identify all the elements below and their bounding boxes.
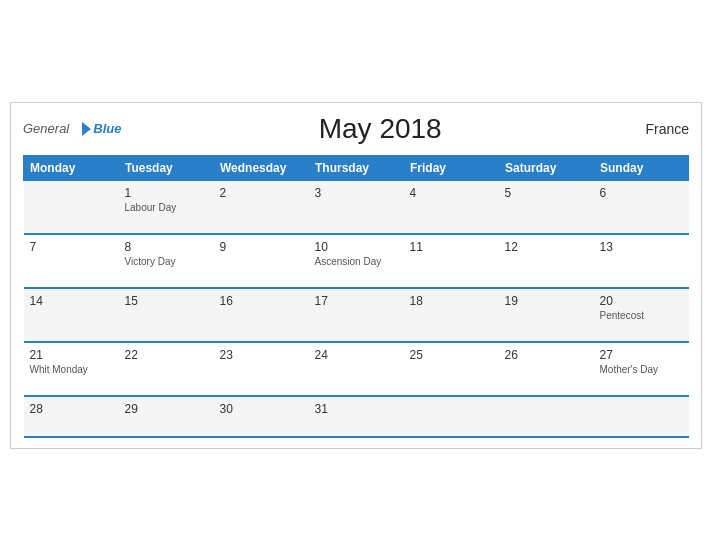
holiday-label: Victory Day xyxy=(125,256,208,267)
table-row: 29 xyxy=(119,396,214,437)
day-number: 16 xyxy=(220,294,303,308)
holiday-label: Ascension Day xyxy=(315,256,398,267)
table-row: 8Victory Day xyxy=(119,234,214,288)
table-row: 19 xyxy=(499,288,594,342)
day-number: 23 xyxy=(220,348,303,362)
logo-blue-text: Blue xyxy=(93,121,121,136)
table-row: 30 xyxy=(214,396,309,437)
table-row: 10Ascension Day xyxy=(309,234,404,288)
col-monday: Monday xyxy=(24,155,119,180)
table-row: 31 xyxy=(309,396,404,437)
table-row: 22 xyxy=(119,342,214,396)
col-thursday: Thursday xyxy=(309,155,404,180)
calendar-header: General Blue May 2018 France xyxy=(23,113,689,145)
calendar-container: General Blue May 2018 France Monday Tues… xyxy=(10,102,702,449)
day-number: 8 xyxy=(125,240,208,254)
day-number: 29 xyxy=(125,402,208,416)
table-row: 13 xyxy=(594,234,689,288)
day-number: 27 xyxy=(600,348,683,362)
table-row xyxy=(24,180,119,234)
day-number: 28 xyxy=(30,402,113,416)
day-number: 7 xyxy=(30,240,113,254)
col-sunday: Sunday xyxy=(594,155,689,180)
table-row: 20Pentecost xyxy=(594,288,689,342)
table-row xyxy=(499,396,594,437)
holiday-label: Labour Day xyxy=(125,202,208,213)
col-saturday: Saturday xyxy=(499,155,594,180)
day-number: 19 xyxy=(505,294,588,308)
calendar-week-row: 1Labour Day23456 xyxy=(24,180,689,234)
table-row: 26 xyxy=(499,342,594,396)
day-number: 3 xyxy=(315,186,398,200)
day-number: 1 xyxy=(125,186,208,200)
table-row: 12 xyxy=(499,234,594,288)
day-number: 26 xyxy=(505,348,588,362)
table-row xyxy=(594,396,689,437)
day-number: 31 xyxy=(315,402,398,416)
table-row: 27Mother's Day xyxy=(594,342,689,396)
logo-flag-icon xyxy=(73,122,91,136)
day-number: 21 xyxy=(30,348,113,362)
table-row: 7 xyxy=(24,234,119,288)
calendar-week-row: 78Victory Day910Ascension Day111213 xyxy=(24,234,689,288)
table-row: 24 xyxy=(309,342,404,396)
day-number: 20 xyxy=(600,294,683,308)
day-number: 10 xyxy=(315,240,398,254)
day-number: 2 xyxy=(220,186,303,200)
table-row: 15 xyxy=(119,288,214,342)
table-row: 14 xyxy=(24,288,119,342)
table-row: 16 xyxy=(214,288,309,342)
logo: General Blue xyxy=(23,121,121,136)
calendar-week-row: 14151617181920Pentecost xyxy=(24,288,689,342)
svg-marker-0 xyxy=(82,122,91,136)
table-row xyxy=(404,396,499,437)
col-tuesday: Tuesday xyxy=(119,155,214,180)
table-row: 11 xyxy=(404,234,499,288)
holiday-label: Pentecost xyxy=(600,310,683,321)
day-number: 9 xyxy=(220,240,303,254)
day-number: 18 xyxy=(410,294,493,308)
table-row: 9 xyxy=(214,234,309,288)
col-wednesday: Wednesday xyxy=(214,155,309,180)
day-number: 24 xyxy=(315,348,398,362)
day-number: 4 xyxy=(410,186,493,200)
day-number: 30 xyxy=(220,402,303,416)
day-number: 5 xyxy=(505,186,588,200)
day-number: 25 xyxy=(410,348,493,362)
table-row: 2 xyxy=(214,180,309,234)
day-number: 14 xyxy=(30,294,113,308)
day-number: 17 xyxy=(315,294,398,308)
logo-general-text: General xyxy=(23,121,69,136)
calendar-week-row: 21Whit Monday222324252627Mother's Day xyxy=(24,342,689,396)
day-number: 13 xyxy=(600,240,683,254)
table-row: 25 xyxy=(404,342,499,396)
day-number: 11 xyxy=(410,240,493,254)
calendar-title: May 2018 xyxy=(121,113,639,145)
table-row: 28 xyxy=(24,396,119,437)
day-number: 6 xyxy=(600,186,683,200)
calendar-country: France xyxy=(639,121,689,137)
day-number: 15 xyxy=(125,294,208,308)
table-row: 1Labour Day xyxy=(119,180,214,234)
table-row: 21Whit Monday xyxy=(24,342,119,396)
holiday-label: Mother's Day xyxy=(600,364,683,375)
table-row: 5 xyxy=(499,180,594,234)
table-row: 18 xyxy=(404,288,499,342)
calendar-table: Monday Tuesday Wednesday Thursday Friday… xyxy=(23,155,689,438)
holiday-label: Whit Monday xyxy=(30,364,113,375)
table-row: 6 xyxy=(594,180,689,234)
calendar-header-row: Monday Tuesday Wednesday Thursday Friday… xyxy=(24,155,689,180)
table-row: 23 xyxy=(214,342,309,396)
day-number: 12 xyxy=(505,240,588,254)
table-row: 17 xyxy=(309,288,404,342)
table-row: 3 xyxy=(309,180,404,234)
calendar-week-row: 28293031 xyxy=(24,396,689,437)
col-friday: Friday xyxy=(404,155,499,180)
day-number: 22 xyxy=(125,348,208,362)
table-row: 4 xyxy=(404,180,499,234)
